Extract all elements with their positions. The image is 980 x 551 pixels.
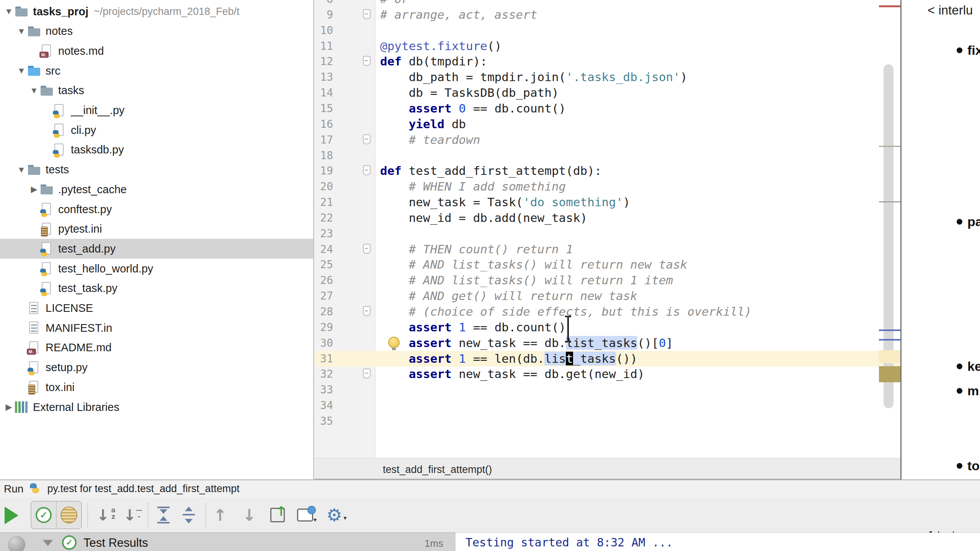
md-icon: M↓ bbox=[40, 44, 54, 58]
line-number: 21 bbox=[315, 194, 333, 210]
slide-bullet: pa bbox=[957, 214, 980, 229]
expand-results-arrow-icon[interactable] bbox=[43, 540, 53, 546]
project-tree-panel[interactable]: ▼tasks_proj~/projects/pycharm_2018_Feb/t… bbox=[0, 0, 313, 479]
tree-item-pytest-ini[interactable]: pytest.ini bbox=[0, 219, 313, 239]
tree-down-arrow-icon[interactable]: ▼ bbox=[16, 21, 27, 41]
tree-item-manifest-in[interactable]: MANIFEST.in bbox=[0, 318, 313, 338]
panel-splitter[interactable] bbox=[313, 0, 314, 479]
line-number: 29 bbox=[315, 320, 333, 335]
sort-by-duration-button[interactable]: ↓—- bbox=[119, 504, 140, 526]
folder-icon bbox=[27, 24, 41, 38]
code-editor[interactable]: 8# or9# arrange, act, assert1011@pytest.… bbox=[315, 0, 900, 458]
collapse-all-button[interactable] bbox=[178, 504, 199, 526]
python-icon bbox=[29, 483, 41, 495]
code-line-8: 8# or bbox=[315, 0, 900, 7]
test-results-title: Test Results bbox=[83, 536, 148, 550]
line-number: 16 bbox=[315, 116, 333, 132]
error-stripe-mark[interactable] bbox=[879, 366, 900, 382]
code-line-31: 31 assert 1 == len(db.list_tasks()) bbox=[315, 351, 900, 367]
tree-right-arrow-icon[interactable]: ▶ bbox=[28, 179, 40, 199]
tree-item-tox-ini[interactable]: tox.ini bbox=[0, 377, 313, 397]
code-line-24: 24 # THEN count() return 1 bbox=[315, 241, 900, 257]
fold-marker-icon[interactable] bbox=[363, 56, 371, 66]
tree-item-notes-md[interactable]: M↓notes.md bbox=[0, 41, 313, 61]
py-icon bbox=[40, 282, 54, 295]
error-stripe-mark[interactable] bbox=[879, 201, 900, 202]
fold-marker-icon[interactable] bbox=[363, 306, 371, 316]
tree-item-license[interactable]: LICENSE bbox=[0, 298, 313, 318]
tree-item-readme-md[interactable]: M↓README.md bbox=[0, 338, 313, 358]
run-header-row: Run py.test for test_add.test_add_first_… bbox=[0, 479, 980, 497]
py-icon bbox=[40, 262, 54, 276]
line-number: 12 bbox=[315, 54, 333, 69]
line-number: 31 bbox=[315, 351, 333, 367]
tree-down-arrow-icon[interactable]: ▼ bbox=[28, 81, 40, 101]
tree-right-arrow-icon[interactable]: ▶ bbox=[3, 397, 15, 417]
line-number: 13 bbox=[315, 69, 333, 85]
error-stripe-mark[interactable] bbox=[879, 329, 900, 331]
tree-item-test-task-py[interactable]: test_task.py bbox=[0, 279, 313, 298]
settings-button[interactable]: ⚙▾ bbox=[324, 504, 345, 526]
expand-all-button[interactable] bbox=[153, 504, 174, 526]
tree-item--init-py[interactable]: __init__.py bbox=[0, 101, 313, 121]
toolbar-divider bbox=[148, 503, 149, 527]
line-number: 19 bbox=[315, 163, 333, 179]
py-icon bbox=[52, 143, 66, 157]
fold-marker-icon[interactable] bbox=[363, 9, 371, 19]
tree-item-test-add-py[interactable]: test_add.py bbox=[0, 239, 313, 259]
py-icon bbox=[52, 123, 66, 137]
code-line-35: 35 bbox=[315, 413, 900, 429]
test-results-selected-row[interactable]: ✓ Test Results 1ms bbox=[0, 533, 456, 551]
code-line-12: 12def db(tmpdir): bbox=[315, 54, 900, 69]
test-history-button[interactable]: ▾ bbox=[295, 504, 315, 526]
error-stripe-mark[interactable] bbox=[879, 146, 900, 147]
ignored-filter-icon bbox=[60, 507, 77, 523]
sort-alphabetically-button[interactable]: ↓az bbox=[93, 504, 113, 526]
tree-item-cli-py[interactable]: cli.py bbox=[0, 120, 313, 140]
console-output[interactable]: Testing started at 8:32 AM ... bbox=[466, 536, 673, 549]
tree-item-tasks[interactable]: ▼tasks bbox=[0, 81, 313, 101]
rerun-tests-button[interactable] bbox=[5, 507, 18, 524]
sphere-icon[interactable] bbox=[8, 536, 25, 551]
bullet-dot-icon bbox=[957, 388, 962, 394]
fold-marker-icon[interactable] bbox=[363, 165, 371, 175]
line-number: 32 bbox=[315, 366, 333, 382]
tree-down-arrow-icon[interactable]: ▼ bbox=[3, 2, 15, 21]
previous-failed-test-button[interactable]: ↑ bbox=[210, 504, 230, 526]
error-stripe-mark[interactable] bbox=[879, 5, 900, 7]
code-line-9: 9# arrange, act, assert bbox=[315, 7, 900, 23]
line-number: 33 bbox=[315, 382, 333, 398]
next-failed-test-button[interactable]: ↓ bbox=[239, 504, 260, 526]
error-stripe-mark[interactable] bbox=[879, 350, 900, 363]
line-number: 34 bbox=[315, 398, 333, 413]
fold-marker-icon[interactable] bbox=[363, 368, 371, 378]
error-stripe-mark[interactable] bbox=[879, 339, 900, 341]
tree-item-external-libraries[interactable]: ▶External Libraries bbox=[0, 397, 313, 417]
folder-icon bbox=[40, 183, 54, 196]
slide-bullet: to bbox=[957, 458, 980, 473]
code-line-10: 10 bbox=[315, 23, 900, 38]
code-line-15: 15 assert 0 == db.count() bbox=[315, 101, 900, 116]
tree-down-arrow-icon[interactable]: ▼ bbox=[16, 160, 27, 180]
code-line-13: 13 db_path = tmpdir.join('.tasks_db.json… bbox=[315, 69, 900, 85]
slide-header: < interlu bbox=[928, 3, 973, 18]
tree-item-tasksdb-py[interactable]: tasksdb.py bbox=[0, 140, 313, 160]
fold-marker-icon[interactable] bbox=[363, 134, 371, 144]
tree-item-test-hello-world-py[interactable]: test_hello_world.py bbox=[0, 259, 313, 279]
tree-item-tests[interactable]: ▼tests bbox=[0, 160, 313, 180]
tree-item-setup-py[interactable]: setup.py bbox=[0, 358, 313, 378]
run-configuration-label: py.test for test_add.test_add_first_atte… bbox=[47, 483, 239, 495]
tree-item-conftest-py[interactable]: conftest.py bbox=[0, 199, 313, 219]
folder-icon bbox=[27, 163, 41, 177]
import-export-results-button[interactable]: ↑ bbox=[267, 504, 288, 526]
tree-item-src[interactable]: ▼src bbox=[0, 61, 313, 81]
tree-item-tasks-proj[interactable]: ▼tasks_proj~/projects/pycharm_2018_Feb/t bbox=[0, 2, 313, 21]
tree-item--pytest-cache[interactable]: ▶.pytest_cache bbox=[0, 179, 313, 199]
fold-marker-icon[interactable] bbox=[363, 244, 371, 254]
show-ignored-button[interactable] bbox=[56, 502, 81, 528]
code-line-20: 20 # WHEN I add something bbox=[315, 179, 900, 194]
tree-item-notes[interactable]: ▼notes bbox=[0, 21, 313, 41]
test-runner-toolbar: ✓↓az↓—-↑↓↑▾⚙▾ 1 test pa bbox=[0, 497, 980, 533]
tree-down-arrow-icon[interactable]: ▼ bbox=[16, 61, 27, 81]
show-passed-button[interactable]: ✓ bbox=[31, 502, 56, 528]
